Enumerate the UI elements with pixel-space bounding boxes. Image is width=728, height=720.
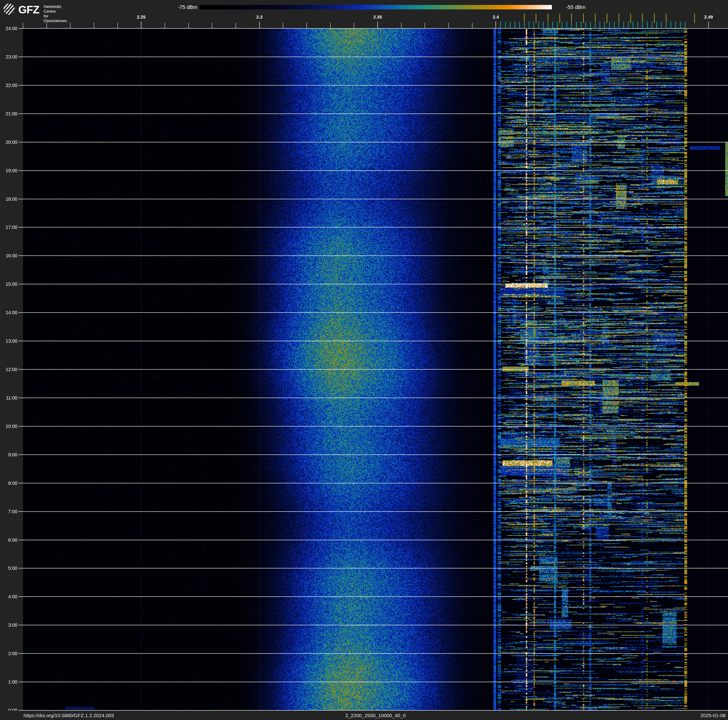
hour-gridline [23,568,728,568]
hour-gridline [23,483,728,483]
hour-tick [18,113,23,114]
freq-tick [23,23,23,28]
ble-channel-tick [510,21,511,28]
hour-tick [18,256,23,256]
wifi-channel-tick [560,14,560,23]
ble-channel-tick [656,21,657,28]
ble-channel-tick [661,21,662,28]
ble-channel-tick [633,21,633,28]
hour-label: 17:00 [0,225,17,230]
ble-channel-tick [685,21,685,28]
hour-label: 8:00 [0,481,17,486]
gfz-logo-icon [3,3,15,15]
hour-tick [18,540,23,540]
hour-label: 10:00 [0,424,17,429]
hour-tick [18,483,23,483]
freq-tick [46,23,47,28]
hour-gridline [23,170,728,171]
logo-subtitle-line2: for Geosciences [44,14,67,23]
ble-channel-tick [675,21,676,28]
hour-label: 22:00 [0,83,17,88]
hour-gridline [23,284,728,284]
ble-channel-tick [609,21,610,28]
hour-label: 15:00 [0,282,17,287]
hour-label: 4:00 [0,594,17,599]
hour-gridline [23,312,728,313]
freq-tick [283,23,283,28]
hour-tick [18,28,23,29]
ble-channel-tick [586,21,586,28]
freq-tick-label: 2.49 [698,15,719,20]
hour-tick [18,341,23,341]
hour-label: 12:00 [0,367,17,372]
freq-tick [141,21,141,28]
ble-channel-tick [666,21,667,28]
hour-label: 5:00 [0,565,17,571]
logo-subtitle: Helmholtz Centre for Geosciences [44,5,67,23]
ble-channel-tick [548,21,548,28]
ble-channel-tick [519,21,520,28]
hour-label: 14:00 [0,310,17,315]
hour-tick [18,596,23,597]
freq-tick [165,23,165,28]
ble-channel-tick [543,21,544,28]
hour-tick [18,312,23,313]
ble-channel-tick [581,21,581,28]
wifi-channel-tick [583,14,584,23]
hour-gridline [23,369,728,370]
hour-tick [18,57,23,57]
hour-tick [18,426,23,426]
ble-channel-tick [505,21,506,28]
wifi-channel-tick [694,14,695,23]
freq-tick [212,23,212,28]
logo-org-text: GFZ [18,3,39,16]
hour-tick [18,170,23,171]
freq-tick-label: 2.25 [131,15,152,20]
freq-tick [448,23,449,28]
hour-gridline [23,227,728,227]
hour-tick [18,85,23,86]
hour-gridline [23,142,728,142]
ble-channel-tick [562,21,563,28]
colorbar [200,5,552,9]
ble-channel-tick [604,21,605,28]
freq-tick [330,23,331,28]
freq-tick [354,23,354,28]
freq-tick [378,21,378,28]
hour-gridline [23,85,728,86]
hour-gridline [23,57,728,57]
ble-channel-tick [637,21,638,28]
ble-channel-tick [524,21,525,28]
hour-tick [18,227,23,227]
freq-tick [496,21,496,28]
freq-tick [472,23,473,28]
hour-gridline [23,28,728,29]
ble-channel-tick [533,21,534,28]
logo-subtitle-line1: Helmholtz Centre [44,5,67,14]
ble-channel-tick [571,21,572,28]
hour-label: 9:00 [0,452,17,457]
hour-label: 1:00 [0,679,17,685]
hour-label: 2:00 [0,651,17,656]
hour-label: 20:00 [0,139,17,145]
freq-tick [118,23,118,28]
hour-gridline [23,682,728,682]
ble-channel-tick [652,21,652,28]
hour-label: 3:00 [0,622,17,628]
wifi-channel-tick [654,14,655,23]
wifi-channel-tick [536,14,536,23]
date-label: 2025-01-08 [700,713,726,718]
wifi-channel-tick [607,14,607,23]
hour-label: 19:00 [0,168,17,173]
hour-tick [18,398,23,398]
ble-channel-tick [670,21,671,28]
hour-gridline [23,653,728,654]
hour-tick [18,284,23,284]
hour-tick [18,369,23,370]
freq-tick-label: 2.3 [249,15,270,20]
hour-gridline [23,596,728,597]
freq-tick [425,23,425,28]
hour-tick [18,625,23,625]
ble-channel-tick [623,21,624,28]
ble-channel-tick [514,21,515,28]
